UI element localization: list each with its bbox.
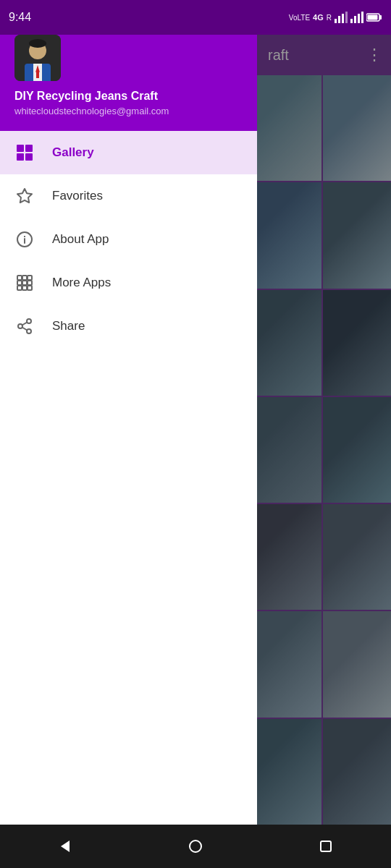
network-4g: 4G — [313, 13, 324, 22]
share-icon — [14, 316, 35, 336]
svg-rect-18 — [28, 276, 32, 280]
svg-point-27 — [27, 329, 31, 333]
svg-rect-34 — [350, 19, 353, 23]
svg-rect-9 — [17, 153, 24, 161]
share-label: Share — [52, 319, 85, 333]
navigation-bar — [0, 825, 391, 868]
status-bar: 9:44 VoLTE 4G R — [0, 0, 391, 35]
signal-text: VoLTE — [289, 14, 310, 22]
gallery-icon — [14, 142, 35, 163]
signal-bars-icon — [335, 12, 348, 23]
svg-rect-6 — [36, 71, 39, 78]
svg-rect-8 — [25, 145, 33, 152]
svg-point-2 — [29, 39, 46, 48]
svg-rect-36 — [358, 14, 360, 23]
menu-item-favorites[interactable]: Favorites — [0, 174, 257, 218]
user-name: DIY Recycling Jeans Craft — [14, 90, 243, 103]
svg-point-42 — [190, 841, 201, 852]
svg-rect-17 — [22, 276, 27, 280]
favorites-label: Favorites — [52, 189, 103, 203]
svg-rect-30 — [335, 19, 337, 23]
more-apps-label: More Apps — [52, 276, 111, 290]
status-time: 9:44 — [9, 11, 31, 24]
svg-point-26 — [18, 324, 22, 328]
menu-item-about[interactable]: About App — [0, 218, 257, 261]
menu-item-more-apps[interactable]: More Apps — [0, 261, 257, 305]
svg-rect-43 — [321, 841, 331, 851]
svg-rect-39 — [379, 15, 382, 20]
svg-rect-20 — [22, 281, 27, 285]
avatar — [14, 35, 61, 81]
svg-marker-11 — [17, 189, 32, 203]
svg-rect-10 — [25, 153, 33, 161]
gallery-label: Gallery — [52, 145, 94, 160]
back-button[interactable] — [36, 825, 94, 868]
svg-rect-16 — [17, 276, 22, 280]
svg-point-25 — [27, 319, 31, 323]
svg-marker-41 — [61, 841, 70, 852]
svg-rect-23 — [22, 286, 27, 290]
menu-item-gallery[interactable]: Gallery — [0, 131, 257, 174]
svg-line-28 — [22, 328, 28, 331]
svg-line-29 — [22, 323, 28, 326]
user-email: whitecloudstechnologies@gmail.com — [14, 106, 243, 116]
svg-rect-22 — [17, 286, 22, 290]
battery-icon — [366, 12, 382, 22]
svg-rect-7 — [17, 145, 24, 152]
svg-rect-31 — [338, 16, 340, 23]
drawer-overlay[interactable] — [253, 0, 391, 868]
svg-point-15 — [24, 236, 25, 237]
info-icon — [14, 229, 35, 250]
navigation-drawer: DIY Recycling Jeans Craft whitecloudstec… — [0, 0, 257, 868]
svg-rect-21 — [28, 281, 32, 285]
svg-rect-19 — [17, 281, 22, 285]
home-button[interactable] — [167, 825, 224, 868]
status-icons: VoLTE 4G R — [289, 12, 382, 23]
svg-rect-37 — [361, 12, 363, 23]
recents-button[interactable] — [297, 825, 355, 868]
svg-rect-40 — [368, 15, 378, 20]
svg-rect-32 — [342, 14, 344, 23]
network-r: R — [327, 14, 332, 22]
star-icon — [14, 186, 35, 206]
grid-icon — [14, 273, 35, 293]
svg-rect-35 — [354, 16, 356, 23]
svg-rect-33 — [345, 12, 348, 23]
drawer-menu: Gallery Favorites About App — [0, 131, 257, 868]
signal-bars2-icon — [350, 12, 363, 23]
menu-item-share[interactable]: Share — [0, 305, 257, 348]
about-label: About App — [52, 232, 109, 247]
svg-rect-24 — [28, 286, 32, 290]
